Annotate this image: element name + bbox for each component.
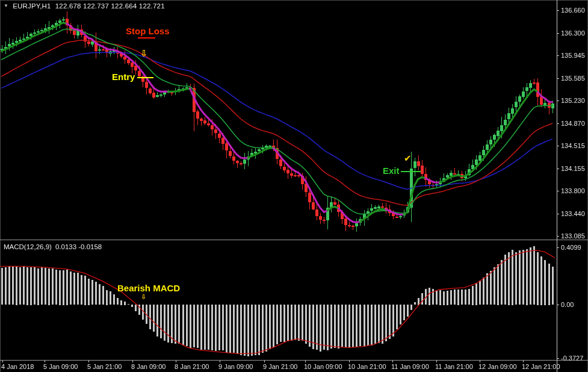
time-axis-label: 4 Jan 2018 xyxy=(1,363,34,370)
check-icon[interactable]: ✔ xyxy=(404,153,412,164)
macd-indicator-header: MACD(12,26,9) 0.0133 -0.0158 xyxy=(4,243,102,250)
macd-indicator-values: 0.0133 -0.0158 xyxy=(55,243,102,250)
price-axis-label: 134.870 xyxy=(561,120,585,127)
time-axis-label: 10 Jan 09:00 xyxy=(304,363,342,370)
chart-ohlc-header: ▼ EURJPY,H1 122.678 122.737 122.664 122.… xyxy=(4,2,165,10)
price-axis-label: 136.300 xyxy=(561,29,585,37)
dropdown-triangle-icon: ▼ xyxy=(4,3,8,8)
time-axis[interactable]: 4 Jan 20185 Jan 09:005 Jan 21:008 Jan 09… xyxy=(0,361,588,372)
time-axis-label: 11 Jan 09:00 xyxy=(391,363,429,370)
macd-axis-label: 0.4099 xyxy=(561,244,581,251)
time-axis-label: 12 Jan 21:00 xyxy=(522,363,560,370)
macd-value-axis[interactable]: 0.40990.00-0.3727 xyxy=(557,241,588,359)
down-arrow-icon[interactable]: ⇩ xyxy=(141,293,146,301)
stop-loss-label[interactable]: Stop Loss xyxy=(126,26,170,36)
price-axis-label: 136.660 xyxy=(561,7,585,14)
price-axis-label: 133.440 xyxy=(561,210,585,217)
macd-axis-label: 0.00 xyxy=(561,301,574,308)
chart-canvas[interactable] xyxy=(0,0,588,372)
ohlc-values: 122.678 122.737 122.664 122.721 xyxy=(55,2,165,10)
time-axis-label: 10 Jan 21:00 xyxy=(348,363,386,370)
symbol-timeframe-label: EURJPY,H1 xyxy=(13,2,51,10)
price-axis-label: 133.085 xyxy=(561,232,585,240)
time-axis-label: 5 Jan 09:00 xyxy=(43,363,78,370)
time-axis-label: 9 Jan 21:00 xyxy=(263,363,298,370)
price-axis-label: 135.945 xyxy=(561,52,585,59)
price-axis-label: 135.585 xyxy=(561,75,585,82)
exit-label[interactable]: Exit xyxy=(383,166,400,176)
time-axis-label: 8 Jan 21:00 xyxy=(175,363,209,370)
macd-indicator-label: MACD(12,26,9) xyxy=(4,243,52,250)
price-axis-label: 134.515 xyxy=(561,142,585,149)
entry-line[interactable] xyxy=(137,77,153,78)
price-axis-label: 134.155 xyxy=(561,165,585,172)
down-arrow-icon[interactable]: ⇩ xyxy=(140,48,148,59)
bearish-macd-label[interactable]: Bearish MACD xyxy=(117,283,180,293)
time-axis-label: 12 Jan 09:00 xyxy=(478,363,517,370)
price-axis-label: 135.230 xyxy=(561,97,585,104)
entry-label[interactable]: Entry xyxy=(112,72,135,82)
stop-loss-line[interactable] xyxy=(138,37,155,39)
time-axis-label: 11 Jan 21:00 xyxy=(435,363,473,370)
mt4-chart-window: ▼ EURJPY,H1 122.678 122.737 122.664 122.… xyxy=(0,0,588,372)
time-axis-label: 9 Jan 09:00 xyxy=(218,363,253,370)
exit-line[interactable] xyxy=(401,171,421,172)
time-axis-label: 8 Jan 09:00 xyxy=(131,363,166,370)
time-axis-label: 5 Jan 21:00 xyxy=(87,363,122,370)
price-axis-label: 133.800 xyxy=(561,187,585,194)
price-axis[interactable]: 136.660136.300135.945135.585135.230134.8… xyxy=(557,0,588,239)
